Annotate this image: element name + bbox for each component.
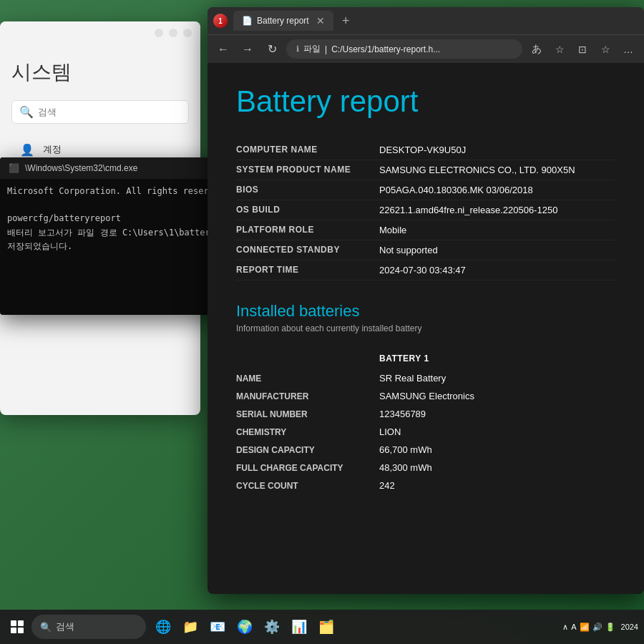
- taskbar-icon-settings[interactable]: ⚙️: [260, 615, 283, 638]
- taskbar-icon-edge2[interactable]: 🌍: [233, 615, 256, 638]
- close-button[interactable]: [183, 29, 192, 37]
- browser-window: 1 📄 Battery report ✕ + ← → ↻ ℹ 파일 | C:/U…: [208, 7, 644, 594]
- battery-value-manufacturer: SAMSUNG Electronics: [379, 387, 615, 405]
- installed-batteries-subtitle: Information about each currently install…: [236, 323, 615, 333]
- forward-button[interactable]: →: [238, 39, 258, 59]
- battery-value-full-charge: 48,300 mWh: [379, 459, 615, 477]
- taskbar-search-icon: 🔍: [40, 622, 52, 633]
- battery-row-serial: SERIAL NUMBER 123456789: [236, 405, 615, 423]
- taskbar-icon-chart[interactable]: 📊: [288, 615, 311, 638]
- value-bios: P05AGA.040.180306.MK 03/06/2018: [379, 185, 533, 195]
- battery-value-cycle-count: 242: [379, 477, 615, 494]
- battery-label-serial: SERIAL NUMBER: [236, 405, 379, 423]
- refresh-button[interactable]: ↻: [262, 39, 282, 59]
- browser-tab[interactable]: 📄 Battery report ✕: [233, 11, 333, 31]
- tab-icon: 📄: [242, 16, 253, 26]
- taskbar: 🔍 검색 🌐 📁 📧 🌍 ⚙️ 📊 🗂️ ∧ A 📶 🔊 🔋 2024: [0, 610, 644, 644]
- volume-icon[interactable]: 🔊: [592, 623, 602, 632]
- keyboard-icon[interactable]: A: [571, 623, 576, 631]
- maximize-button[interactable]: [169, 29, 177, 37]
- battery-label-name: NAME: [236, 369, 379, 387]
- battery-label-design-capacity: DESIGN CAPACITY: [236, 441, 379, 459]
- read-mode-button[interactable]: あ: [527, 39, 547, 59]
- battery-row-name: NAME SR Real Battery: [236, 369, 615, 387]
- taskbar-icon-mail[interactable]: 📧: [206, 615, 229, 638]
- battery-report-title: Battery report: [236, 84, 615, 119]
- battery-info-table: BATTERY 1 NAME SR Real Battery MANUFACTU…: [236, 348, 615, 494]
- value-os-build: 22621.1.amd64fre.ni_release.220506-1250: [379, 205, 557, 215]
- favorites-button[interactable]: ☆: [550, 39, 570, 59]
- label-report-time: REPORT TIME: [236, 265, 379, 275]
- battery-value-design-capacity: 66,700 mWh: [379, 441, 615, 459]
- battery-status-icon[interactable]: 🔋: [605, 623, 615, 632]
- battery-name-col-header: [236, 348, 379, 369]
- browser-profile-icon[interactable]: 1: [213, 14, 228, 28]
- battery-row-cycle-count: CYCLE COUNT 242: [236, 477, 615, 494]
- back-button[interactable]: ←: [213, 39, 233, 59]
- battery-label-manufacturer: MANUFACTURER: [236, 387, 379, 405]
- label-os-build: OS BUILD: [236, 205, 379, 215]
- battery-row-chemistry: CHEMISTRY LION: [236, 423, 615, 441]
- settings-title: 시스템: [11, 59, 189, 86]
- settings-titlebar: [0, 21, 200, 44]
- label-product-name: SYSTEM PRODUCT NAME: [236, 165, 379, 175]
- taskbar-icon-files[interactable]: 🗂️: [315, 615, 338, 638]
- tab-title: Battery report: [257, 16, 309, 26]
- taskbar-search-label: 검색: [56, 620, 74, 633]
- svg-rect-2: [11, 628, 16, 633]
- battery-value-serial: 123456789: [379, 405, 615, 423]
- battery-value-chemistry: LION: [379, 423, 615, 441]
- label-computer-name: COMPUTER NAME: [236, 145, 379, 155]
- address-prefix: 파일: [303, 43, 321, 55]
- taskbar-search-box[interactable]: 🔍 검색: [31, 615, 146, 639]
- svg-rect-0: [11, 620, 16, 626]
- label-connected-standby: CONNECTED STANDBY: [236, 245, 379, 255]
- value-platform-role: Mobile: [379, 225, 406, 235]
- info-row-report-time: REPORT TIME 2024-07-30 03:43:47: [236, 260, 615, 280]
- info-row-platform-role: PLATFORM ROLE Mobile: [236, 220, 615, 240]
- battery-value-name: SR Real Battery: [379, 369, 615, 387]
- label-bios: BIOS: [236, 185, 379, 195]
- settings-search-box[interactable]: 🔍: [11, 100, 189, 124]
- info-row-connected-standby: CONNECTED STANDBY Not supported: [236, 240, 615, 260]
- address-separator: |: [325, 44, 327, 54]
- minimize-button[interactable]: [155, 29, 163, 37]
- start-button[interactable]: [6, 615, 29, 638]
- value-connected-standby: Not supported: [379, 245, 438, 255]
- taskbar-icon-explorer[interactable]: 📁: [179, 615, 202, 638]
- settings-search-input[interactable]: [38, 107, 181, 117]
- split-view-button[interactable]: ⊡: [572, 39, 592, 59]
- browser-titlebar: 1 📄 Battery report ✕ +: [208, 7, 644, 34]
- expand-tray-icon[interactable]: ∧: [562, 623, 568, 632]
- info-row-computer-name: COMPUTER NAME DESKTOP-VK9U50J: [236, 140, 615, 160]
- cmd-title: ⬛ \Windows\System32\cmd.exe: [9, 163, 137, 173]
- value-report-time: 2024-07-30 03:43:47: [379, 265, 466, 275]
- taskbar-right-section: ∧ A 📶 🔊 🔋 2024: [562, 623, 638, 632]
- value-computer-name: DESKTOP-VK9U50J: [379, 145, 466, 155]
- wifi-icon[interactable]: 📶: [580, 623, 590, 632]
- battery-label-chemistry: CHEMISTRY: [236, 423, 379, 441]
- svg-rect-3: [18, 628, 24, 633]
- taskbar-app-icons: 🌐 📁 📧 🌍 ⚙️ 📊 🗂️: [152, 615, 338, 638]
- battery-label-cycle-count: CYCLE COUNT: [236, 477, 379, 494]
- address-bar[interactable]: ℹ 파일 | C:/Users/1/battery-report.h...: [286, 39, 522, 59]
- battery-1-header: BATTERY 1: [379, 348, 615, 369]
- info-row-bios: BIOS P05AGA.040.180306.MK 03/06/2018: [236, 180, 615, 200]
- account-icon: 👤: [19, 141, 36, 158]
- taskbar-system-icons: ∧ A 📶 🔊 🔋: [562, 623, 615, 632]
- more-options-button[interactable]: …: [618, 39, 638, 59]
- new-tab-button[interactable]: +: [336, 14, 356, 29]
- svg-rect-1: [18, 620, 24, 626]
- value-product-name: SAMSUNG ELECTRONICS CO., LTD. 900X5N: [379, 165, 575, 175]
- battery-report-content: Battery report COMPUTER NAME DESKTOP-VK9…: [208, 63, 644, 594]
- cmd-title-text-label: \Windows\System32\cmd.exe: [25, 163, 137, 173]
- tab-close-button[interactable]: ✕: [316, 15, 325, 26]
- favorites-star-button[interactable]: ☆: [595, 39, 615, 59]
- browser-toolbar: ← → ↻ ℹ 파일 | C:/Users/1/battery-report.h…: [208, 34, 644, 63]
- info-row-product-name: SYSTEM PRODUCT NAME SAMSUNG ELECTRONICS …: [236, 160, 615, 180]
- taskbar-icon-edge[interactable]: 🌐: [152, 615, 175, 638]
- installed-batteries-title: Installed batteries: [236, 302, 615, 321]
- settings-nav-account-label: 계정: [43, 143, 62, 156]
- battery-label-full-charge: FULL CHARGE CAPACITY: [236, 459, 379, 477]
- taskbar-time: 2024: [621, 623, 638, 631]
